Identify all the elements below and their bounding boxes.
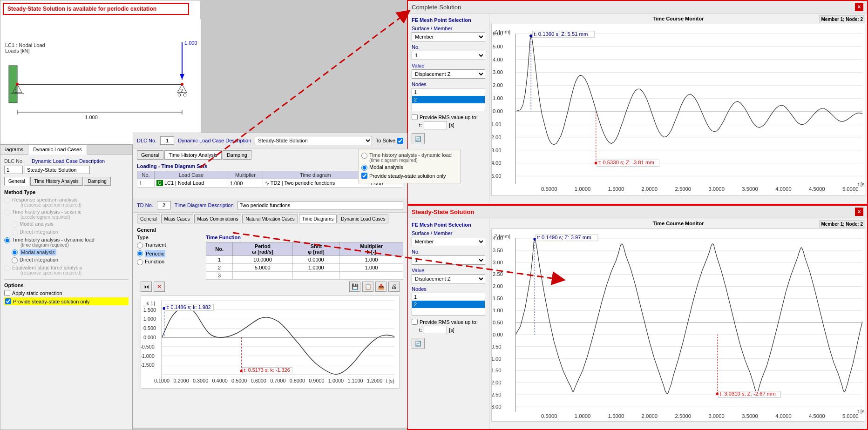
svg-text:1.5000: 1.5000 xyxy=(608,186,624,192)
cell-td: ∿ TD2 | Two periodic functions xyxy=(263,179,368,188)
apply-static-label: Apply static correction xyxy=(12,290,62,296)
svg-point-10 xyxy=(183,94,186,96)
dlc-no-row: DLC No. Dynamic Load Case Description xyxy=(4,158,129,164)
svg-text:t: 0.5173 s; k: -1.326: t: 0.5173 s; k: -1.326 xyxy=(244,367,290,373)
td-tab-time-diagrams[interactable]: Time Diagrams xyxy=(299,215,337,223)
tab-iagrams[interactable]: iagrams xyxy=(0,145,28,154)
node-2-c[interactable]: 2 xyxy=(412,96,485,103)
svg-text:2.0000: 2.0000 xyxy=(642,413,658,419)
checkbox-opt-steady-state[interactable] xyxy=(361,173,367,179)
method-th-seismic: Time history analysis - seismic (acceler… xyxy=(4,209,129,220)
svg-text:0.6000: 0.6000 xyxy=(251,378,266,383)
fe-refresh-btn-c[interactable]: 🔄 xyxy=(412,133,425,144)
svg-text:2.00: 2.00 xyxy=(493,284,503,289)
fe-value-label-ss: Value xyxy=(412,268,485,273)
provide-steady-state-checkbox[interactable] xyxy=(5,298,11,304)
provide-steady-state-label: Provide steady-state solution only xyxy=(13,299,89,304)
fe-no-label-c: No. xyxy=(412,44,485,50)
func-no-3: 3 xyxy=(206,272,233,280)
td-desc-field[interactable] xyxy=(237,201,403,209)
ss-close-btn[interactable]: × xyxy=(855,208,863,216)
fe-surface-select-ss[interactable]: Member xyxy=(412,237,485,246)
to-solve-checkbox[interactable] xyxy=(397,138,403,144)
fe-surface-select-c[interactable]: Member xyxy=(412,32,485,41)
fe-value-select-c[interactable]: Displacement Z xyxy=(412,69,485,79)
dlc-desc-label: Dynamic Load Case Description xyxy=(178,138,251,143)
dlc-desc-select[interactable]: Steady-State Solution xyxy=(255,136,372,145)
tab-general[interactable]: General xyxy=(4,177,29,186)
radio-function[interactable] xyxy=(137,259,143,265)
btn-copy[interactable]: 📋 xyxy=(362,282,373,292)
fe-refresh-btn-ss[interactable]: 🔄 xyxy=(412,338,425,349)
apply-static-checkbox[interactable] xyxy=(4,290,10,296)
td-tab-mass-cases[interactable]: Mass Cases xyxy=(161,215,193,223)
svg-text:1.000: 1.000 xyxy=(85,114,98,120)
dlc-tab-general[interactable]: General xyxy=(137,150,163,160)
fe-no-select-c[interactable]: 1 xyxy=(412,51,485,60)
label-function: Function xyxy=(145,259,164,264)
btn-export[interactable]: 📤 xyxy=(375,282,387,292)
svg-text:-1.00: -1.00 xyxy=(492,121,502,127)
radio-transient[interactable] xyxy=(137,242,143,249)
node-1-c[interactable]: 1 xyxy=(412,88,485,96)
svg-text:1.000: 1.000 xyxy=(143,316,156,322)
rms-checkbox-ss[interactable] xyxy=(412,319,418,325)
tab-time-history[interactable]: Time History Analysis xyxy=(30,177,83,186)
td-no-field[interactable] xyxy=(157,201,171,209)
radio-equiv-static[interactable] xyxy=(4,265,10,271)
svg-text:-0.500: -0.500 xyxy=(141,344,155,349)
radio-modal-disabled[interactable] xyxy=(12,222,18,228)
td-tab-natural-vib[interactable]: Natural Vibration Cases xyxy=(242,215,298,223)
dlc-desc-input[interactable] xyxy=(25,166,90,174)
radio-th-dynamic[interactable] xyxy=(4,237,10,243)
dlc-no-field[interactable] xyxy=(160,136,174,145)
method-type-section: Method Type Response spectrum analysis (… xyxy=(4,189,129,275)
options-box: Time history analysis - dynamic load (ti… xyxy=(358,149,461,183)
radio-direct[interactable] xyxy=(12,257,18,263)
radio-periodic[interactable] xyxy=(137,250,143,256)
to-solve-label: To Solve xyxy=(376,138,395,143)
func-row-2: 2 5.0000 1.0000 1.000 xyxy=(206,264,403,272)
btn-print[interactable]: 🖨 xyxy=(388,282,400,292)
complete-close-btn[interactable]: × xyxy=(855,3,863,11)
model-view: Steady-State Solution is available for p… xyxy=(0,0,200,144)
dlc-no-input[interactable] xyxy=(4,166,23,174)
radio-th-seismic[interactable] xyxy=(4,209,10,215)
btn-first[interactable]: ⏮ xyxy=(141,282,152,292)
tab-bar: iagrams Dynamic Load Cases xyxy=(0,145,132,155)
radio-modal[interactable] xyxy=(12,249,18,255)
method-direct-disabled: Direct integration xyxy=(12,229,129,235)
svg-text:-1.50: -1.50 xyxy=(492,368,502,374)
radio-direct-disabled[interactable] xyxy=(12,229,18,235)
node-1-ss[interactable]: 1 xyxy=(412,293,485,301)
td-tab-mass-combos[interactable]: Mass Combinations xyxy=(194,215,242,223)
dlc-no-label: DLC No. xyxy=(4,158,30,164)
radio-response-spectrum[interactable] xyxy=(4,197,10,203)
svg-text:4.5000: 4.5000 xyxy=(809,413,825,419)
btn-save-img[interactable]: 💾 xyxy=(349,282,360,292)
to-solve-section: To Solve xyxy=(376,138,403,144)
fe-no-select-ss[interactable]: 1 xyxy=(412,255,485,265)
node-2-ss[interactable]: 2 xyxy=(412,301,485,308)
td-tab-general[interactable]: General xyxy=(137,215,160,223)
td-toolbar: ⏮ ✕ 💾 📋 📤 🖨 xyxy=(137,280,403,294)
svg-text:0.2000: 0.2000 xyxy=(173,378,189,383)
td-tab-dlc[interactable]: Dynamic Load Cases xyxy=(338,215,388,223)
fe-surface-label-c: Surface / Member xyxy=(412,26,485,31)
dlc-tab-damping[interactable]: Damping xyxy=(223,150,251,160)
btn-delete[interactable]: ✕ xyxy=(154,282,165,292)
radio-opt-modal[interactable] xyxy=(361,165,367,171)
rms-checkbox-c[interactable] xyxy=(412,114,418,120)
svg-text:k [-]: k [-] xyxy=(147,301,155,306)
radio-opt-th-dynamic[interactable] xyxy=(361,153,367,159)
svg-marker-16 xyxy=(180,74,184,80)
svg-text:-3.00: -3.00 xyxy=(492,404,502,410)
tab-damping[interactable]: Damping xyxy=(84,177,111,186)
rms-t-input-ss[interactable] xyxy=(424,326,447,334)
type-label: Type xyxy=(137,235,202,240)
svg-text:1.000: 1.000 xyxy=(184,40,197,46)
tab-dynamic-load-cases[interactable]: Dynamic Load Cases xyxy=(28,145,87,155)
rms-t-input-c[interactable] xyxy=(424,121,447,129)
fe-value-select-ss[interactable]: Displacement Z xyxy=(412,274,485,283)
dlc-tab-time-history[interactable]: Time History Analysis xyxy=(164,150,222,160)
